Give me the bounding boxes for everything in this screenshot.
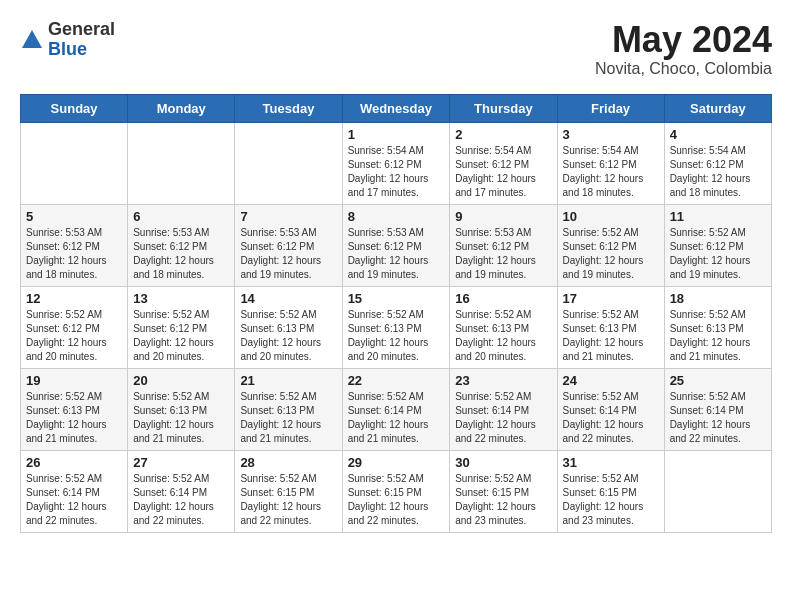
day-info: Sunrise: 5:52 AM Sunset: 6:13 PM Dayligh…	[240, 390, 336, 446]
calendar-table: SundayMondayTuesdayWednesdayThursdayFrid…	[20, 94, 772, 533]
weekday-header-thursday: Thursday	[450, 94, 557, 122]
location-text: Novita, Choco, Colombia	[595, 60, 772, 78]
day-number: 6	[133, 209, 229, 224]
day-info: Sunrise: 5:54 AM Sunset: 6:12 PM Dayligh…	[455, 144, 551, 200]
calendar-day-cell: 16Sunrise: 5:52 AM Sunset: 6:13 PM Dayli…	[450, 286, 557, 368]
day-number: 9	[455, 209, 551, 224]
day-info: Sunrise: 5:53 AM Sunset: 6:12 PM Dayligh…	[240, 226, 336, 282]
day-info: Sunrise: 5:52 AM Sunset: 6:15 PM Dayligh…	[563, 472, 659, 528]
calendar-day-cell: 7Sunrise: 5:53 AM Sunset: 6:12 PM Daylig…	[235, 204, 342, 286]
weekday-header-tuesday: Tuesday	[235, 94, 342, 122]
calendar-empty-cell	[664, 450, 771, 532]
day-number: 15	[348, 291, 445, 306]
day-number: 14	[240, 291, 336, 306]
day-number: 27	[133, 455, 229, 470]
day-info: Sunrise: 5:52 AM Sunset: 6:14 PM Dayligh…	[563, 390, 659, 446]
calendar-day-cell: 14Sunrise: 5:52 AM Sunset: 6:13 PM Dayli…	[235, 286, 342, 368]
day-info: Sunrise: 5:54 AM Sunset: 6:12 PM Dayligh…	[563, 144, 659, 200]
calendar-day-cell: 29Sunrise: 5:52 AM Sunset: 6:15 PM Dayli…	[342, 450, 450, 532]
calendar-day-cell: 23Sunrise: 5:52 AM Sunset: 6:14 PM Dayli…	[450, 368, 557, 450]
weekday-header-monday: Monday	[128, 94, 235, 122]
day-number: 26	[26, 455, 122, 470]
day-number: 17	[563, 291, 659, 306]
calendar-week-row: 12Sunrise: 5:52 AM Sunset: 6:12 PM Dayli…	[21, 286, 772, 368]
day-info: Sunrise: 5:52 AM Sunset: 6:12 PM Dayligh…	[670, 226, 766, 282]
day-number: 4	[670, 127, 766, 142]
calendar-day-cell: 21Sunrise: 5:52 AM Sunset: 6:13 PM Dayli…	[235, 368, 342, 450]
day-number: 18	[670, 291, 766, 306]
calendar-empty-cell	[235, 122, 342, 204]
day-number: 21	[240, 373, 336, 388]
day-number: 12	[26, 291, 122, 306]
calendar-day-cell: 18Sunrise: 5:52 AM Sunset: 6:13 PM Dayli…	[664, 286, 771, 368]
day-info: Sunrise: 5:52 AM Sunset: 6:13 PM Dayligh…	[133, 390, 229, 446]
day-number: 22	[348, 373, 445, 388]
weekday-header-wednesday: Wednesday	[342, 94, 450, 122]
day-info: Sunrise: 5:52 AM Sunset: 6:13 PM Dayligh…	[670, 308, 766, 364]
day-number: 11	[670, 209, 766, 224]
calendar-week-row: 19Sunrise: 5:52 AM Sunset: 6:13 PM Dayli…	[21, 368, 772, 450]
day-info: Sunrise: 5:52 AM Sunset: 6:15 PM Dayligh…	[455, 472, 551, 528]
logo: General Blue	[20, 20, 115, 60]
calendar-day-cell: 24Sunrise: 5:52 AM Sunset: 6:14 PM Dayli…	[557, 368, 664, 450]
day-info: Sunrise: 5:52 AM Sunset: 6:12 PM Dayligh…	[563, 226, 659, 282]
calendar-day-cell: 1Sunrise: 5:54 AM Sunset: 6:12 PM Daylig…	[342, 122, 450, 204]
day-number: 16	[455, 291, 551, 306]
calendar-day-cell: 27Sunrise: 5:52 AM Sunset: 6:14 PM Dayli…	[128, 450, 235, 532]
weekday-header-row: SundayMondayTuesdayWednesdayThursdayFrid…	[21, 94, 772, 122]
page-header: General Blue May 2024 Novita, Choco, Col…	[20, 20, 772, 78]
day-info: Sunrise: 5:52 AM Sunset: 6:13 PM Dayligh…	[348, 308, 445, 364]
day-info: Sunrise: 5:52 AM Sunset: 6:14 PM Dayligh…	[133, 472, 229, 528]
calendar-day-cell: 19Sunrise: 5:52 AM Sunset: 6:13 PM Dayli…	[21, 368, 128, 450]
calendar-week-row: 1Sunrise: 5:54 AM Sunset: 6:12 PM Daylig…	[21, 122, 772, 204]
calendar-day-cell: 2Sunrise: 5:54 AM Sunset: 6:12 PM Daylig…	[450, 122, 557, 204]
calendar-day-cell: 3Sunrise: 5:54 AM Sunset: 6:12 PM Daylig…	[557, 122, 664, 204]
calendar-day-cell: 5Sunrise: 5:53 AM Sunset: 6:12 PM Daylig…	[21, 204, 128, 286]
day-number: 25	[670, 373, 766, 388]
day-info: Sunrise: 5:52 AM Sunset: 6:13 PM Dayligh…	[26, 390, 122, 446]
day-info: Sunrise: 5:52 AM Sunset: 6:14 PM Dayligh…	[348, 390, 445, 446]
day-number: 20	[133, 373, 229, 388]
calendar-empty-cell	[21, 122, 128, 204]
day-info: Sunrise: 5:52 AM Sunset: 6:13 PM Dayligh…	[240, 308, 336, 364]
calendar-day-cell: 17Sunrise: 5:52 AM Sunset: 6:13 PM Dayli…	[557, 286, 664, 368]
day-number: 2	[455, 127, 551, 142]
weekday-header-saturday: Saturday	[664, 94, 771, 122]
day-info: Sunrise: 5:53 AM Sunset: 6:12 PM Dayligh…	[26, 226, 122, 282]
day-info: Sunrise: 5:52 AM Sunset: 6:14 PM Dayligh…	[670, 390, 766, 446]
calendar-empty-cell	[128, 122, 235, 204]
calendar-day-cell: 12Sunrise: 5:52 AM Sunset: 6:12 PM Dayli…	[21, 286, 128, 368]
calendar-day-cell: 28Sunrise: 5:52 AM Sunset: 6:15 PM Dayli…	[235, 450, 342, 532]
day-info: Sunrise: 5:52 AM Sunset: 6:14 PM Dayligh…	[455, 390, 551, 446]
day-info: Sunrise: 5:52 AM Sunset: 6:12 PM Dayligh…	[26, 308, 122, 364]
day-info: Sunrise: 5:52 AM Sunset: 6:13 PM Dayligh…	[563, 308, 659, 364]
day-number: 29	[348, 455, 445, 470]
day-info: Sunrise: 5:52 AM Sunset: 6:14 PM Dayligh…	[26, 472, 122, 528]
day-number: 28	[240, 455, 336, 470]
day-info: Sunrise: 5:53 AM Sunset: 6:12 PM Dayligh…	[455, 226, 551, 282]
day-info: Sunrise: 5:52 AM Sunset: 6:13 PM Dayligh…	[455, 308, 551, 364]
calendar-day-cell: 4Sunrise: 5:54 AM Sunset: 6:12 PM Daylig…	[664, 122, 771, 204]
calendar-day-cell: 6Sunrise: 5:53 AM Sunset: 6:12 PM Daylig…	[128, 204, 235, 286]
calendar-day-cell: 15Sunrise: 5:52 AM Sunset: 6:13 PM Dayli…	[342, 286, 450, 368]
month-year-title: May 2024	[595, 20, 772, 60]
weekday-header-sunday: Sunday	[21, 94, 128, 122]
logo-icon	[20, 28, 44, 52]
calendar-day-cell: 30Sunrise: 5:52 AM Sunset: 6:15 PM Dayli…	[450, 450, 557, 532]
logo-general-text: General	[48, 20, 115, 40]
day-number: 23	[455, 373, 551, 388]
day-info: Sunrise: 5:54 AM Sunset: 6:12 PM Dayligh…	[670, 144, 766, 200]
calendar-day-cell: 31Sunrise: 5:52 AM Sunset: 6:15 PM Dayli…	[557, 450, 664, 532]
day-number: 10	[563, 209, 659, 224]
day-info: Sunrise: 5:53 AM Sunset: 6:12 PM Dayligh…	[348, 226, 445, 282]
day-number: 5	[26, 209, 122, 224]
day-number: 3	[563, 127, 659, 142]
calendar-week-row: 26Sunrise: 5:52 AM Sunset: 6:14 PM Dayli…	[21, 450, 772, 532]
day-number: 24	[563, 373, 659, 388]
logo-blue-text: Blue	[48, 40, 115, 60]
calendar-day-cell: 10Sunrise: 5:52 AM Sunset: 6:12 PM Dayli…	[557, 204, 664, 286]
calendar-day-cell: 20Sunrise: 5:52 AM Sunset: 6:13 PM Dayli…	[128, 368, 235, 450]
calendar-week-row: 5Sunrise: 5:53 AM Sunset: 6:12 PM Daylig…	[21, 204, 772, 286]
day-number: 13	[133, 291, 229, 306]
calendar-day-cell: 25Sunrise: 5:52 AM Sunset: 6:14 PM Dayli…	[664, 368, 771, 450]
